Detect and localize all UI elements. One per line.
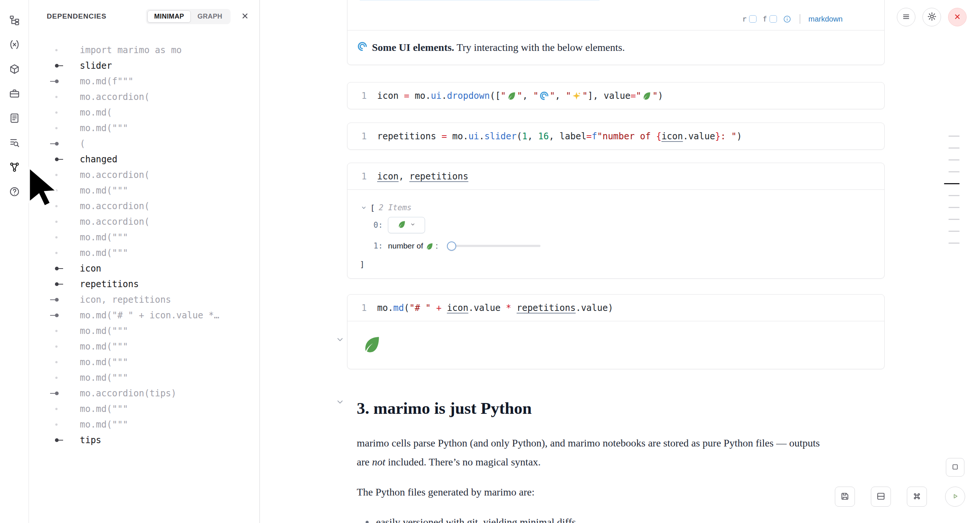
cell-dot-marker (55, 377, 57, 379)
cell-dot-marker (55, 96, 57, 98)
dependency-item[interactable]: mo.md(""" (29, 323, 259, 339)
collapse-section-chevron-icon[interactable] (335, 397, 345, 408)
slider-track[interactable] (455, 245, 541, 247)
gear-icon (927, 11, 937, 23)
menu-button[interactable] (897, 8, 915, 26)
dependency-item[interactable]: icon (29, 261, 259, 276)
cell-node-marker (50, 142, 59, 146)
dependency-item[interactable]: icon, repetitions (29, 292, 259, 308)
run-all-button[interactable] (945, 486, 965, 507)
snippets-search-icon[interactable] (6, 134, 23, 151)
minimap-cell-line[interactable] (948, 195, 959, 196)
documentation-icon[interactable] (6, 110, 23, 126)
minimap-cell-line[interactable] (948, 159, 959, 161)
cell-dot-marker (55, 221, 57, 223)
bullet-text: easily versioned with git, yielding mini… (376, 513, 576, 523)
dependency-item[interactable]: ( (29, 136, 259, 151)
dependency-item[interactable]: import marimo as mo (29, 42, 259, 58)
cell-dot-marker (55, 423, 57, 426)
section-3: 3. marimo is just Python marimo cells pa… (347, 397, 885, 523)
layout-rows-icon (876, 491, 886, 502)
play-icon (950, 491, 960, 502)
r-checkbox[interactable] (749, 15, 757, 23)
code-editor[interactable]: 1 icon = mo.ui.dropdown(["", "", ""], va… (347, 83, 884, 109)
dependency-item[interactable]: mo.md(f""" (29, 73, 259, 89)
cell-dot-marker (55, 236, 57, 238)
dependency-item[interactable]: mo.md(""" (29, 183, 259, 198)
dependency-label: mo.md(""" (80, 326, 128, 336)
code-line: icon = mo.ui.dropdown(["", "", ""], valu… (377, 91, 663, 101)
settings-button[interactable] (923, 8, 941, 26)
info-icon[interactable] (783, 15, 791, 23)
tab-graph[interactable]: GRAPH (191, 10, 229, 23)
layout-button[interactable] (871, 486, 891, 507)
markdown-output: Some UI elements. Try interacting with t… (347, 30, 884, 65)
dependency-item[interactable]: mo.accordion( (29, 198, 259, 214)
line-number: 1 (347, 91, 367, 101)
dependency-label: mo.md(""" (80, 419, 128, 430)
minimap-cell-line[interactable] (948, 231, 959, 232)
minimap-cell-line[interactable] (948, 136, 959, 137)
code-editor[interactable]: 1 icon, repetitions (347, 163, 884, 190)
dependency-item[interactable]: mo.md(""" (29, 120, 259, 136)
shutdown-button[interactable] (948, 8, 967, 26)
dependency-item[interactable]: mo.md("# " + icon.value *… (29, 308, 259, 323)
dependency-item[interactable]: mo.accordion(tips) (29, 386, 259, 401)
minimap-cell-line[interactable] (948, 171, 959, 172)
cell-dot-marker (55, 205, 57, 207)
code-editor[interactable]: 1 mo.md("# " + icon.value * repetitions.… (347, 295, 884, 321)
slider[interactable] (447, 241, 541, 251)
minimap-cell-line[interactable] (948, 219, 959, 220)
cell-dot-marker (55, 330, 57, 332)
toolbox-icon[interactable] (6, 85, 23, 102)
collapse-caret-icon[interactable] (360, 204, 367, 211)
help-icon[interactable] (6, 183, 23, 200)
dependency-item[interactable]: mo.md(""" (29, 417, 259, 432)
dependency-item[interactable]: mo.md(""" (29, 401, 259, 417)
dependency-item[interactable]: tips (29, 432, 259, 448)
keyboard-shortcuts-button[interactable] (907, 486, 927, 507)
dropdown-select[interactable] (388, 217, 425, 233)
code-line: icon, repetitions (377, 171, 468, 182)
cell-output (347, 321, 884, 369)
dependency-item[interactable]: mo.md( (29, 105, 259, 120)
items-count: 2 Items (379, 203, 412, 212)
file-tree-icon[interactable] (6, 12, 23, 28)
collapse-output-chevron-icon[interactable] (335, 335, 345, 346)
scratchpad-button[interactable] (946, 458, 964, 477)
dependency-item[interactable]: mo.md(""" (29, 339, 259, 354)
dependency-item[interactable]: mo.accordion( (29, 89, 259, 105)
minimap-cell-line[interactable] (948, 147, 959, 148)
sparkle-icon (571, 91, 582, 101)
dependency-item[interactable]: slider (29, 58, 259, 73)
packages-icon[interactable] (6, 61, 23, 77)
save-button[interactable] (835, 486, 855, 507)
minimap-cell-line[interactable] (948, 207, 959, 208)
leaf-icon (397, 220, 406, 230)
dependency-item[interactable]: mo.md(""" (29, 245, 259, 261)
dependency-graph-icon[interactable] (6, 159, 23, 175)
dependency-item[interactable]: mo.md(""" (29, 354, 259, 370)
code-cell-slider: 1 repetitions = mo.ui.slider(1, 16, labe… (347, 123, 885, 150)
dependency-item[interactable]: changed (29, 151, 259, 167)
dependency-item[interactable]: mo.accordion( (29, 214, 259, 230)
variables-icon[interactable] (6, 37, 23, 53)
close-panel-button[interactable] (240, 11, 250, 22)
dependency-item[interactable]: mo.md(""" (29, 370, 259, 386)
language-label[interactable]: markdown (808, 15, 843, 23)
tab-minimap[interactable]: MINIMAP (147, 10, 191, 23)
minimap-cell-line[interactable] (944, 183, 959, 184)
dependency-item[interactable]: repetitions (29, 276, 259, 292)
dependency-label: ( (80, 139, 85, 149)
cell-node-marker (50, 392, 59, 395)
slider-knob[interactable] (447, 241, 456, 251)
minimap-cell-line[interactable] (948, 242, 959, 244)
code-cell-tuple: 1 icon, repetitions [ 2 Items 0: (347, 163, 885, 279)
dependency-item[interactable]: mo.md(""" (29, 230, 259, 245)
list-item: easily versioned with git, yielding mini… (357, 513, 885, 523)
code-editor[interactable]: 1 repetitions = mo.ui.slider(1, 16, labe… (347, 123, 884, 149)
dependency-label: icon (80, 263, 101, 274)
markdown-editor-clipped[interactable]: Some UI elements. Try interacting with t… (347, 0, 884, 8)
dependency-item[interactable]: mo.accordion( (29, 167, 259, 183)
f-checkbox[interactable] (770, 15, 777, 23)
